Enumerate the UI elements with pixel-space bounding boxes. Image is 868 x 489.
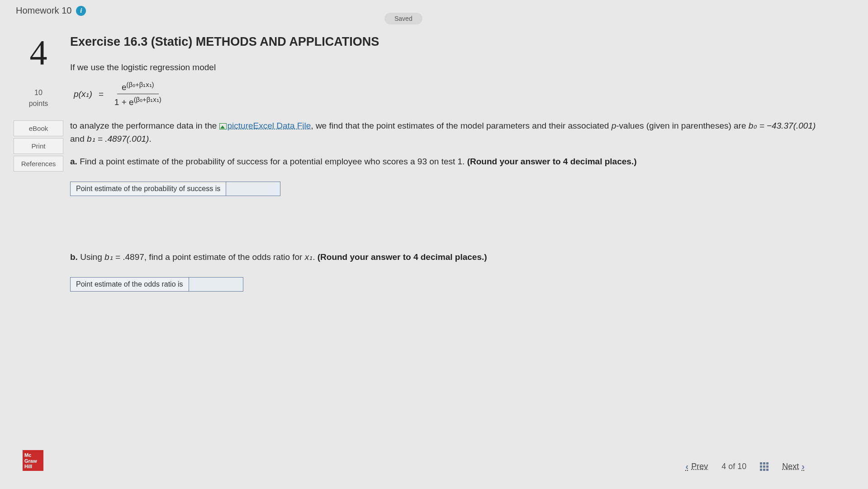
question-b: b. Using b₁ = .4897, find a point estima… xyxy=(70,250,827,264)
formula-den-exp: (β₀+β₁x₁) xyxy=(134,96,161,103)
prev-label: Prev xyxy=(691,462,708,471)
para1-e: . xyxy=(149,134,151,144)
exercise-title: Exercise 16.3 (Static) METHODS AND APPLI… xyxy=(70,35,827,49)
para1-a: to analyze the performance data in the xyxy=(70,121,219,130)
para1-c: -values (given in parentheses) are xyxy=(616,121,749,130)
grid-icon[interactable] xyxy=(760,462,768,471)
answer-b-input[interactable] xyxy=(189,277,243,292)
formula-lhs: p(x₁) xyxy=(74,89,92,99)
prev-button[interactable]: ‹ Prev xyxy=(686,461,708,472)
answer-a-label: Point estimate of the probability of suc… xyxy=(70,182,226,196)
p-italic: p xyxy=(612,121,617,130)
question-content: Exercise 16.3 (Static) METHODS AND APPLI… xyxy=(70,35,854,319)
info-icon[interactable]: i xyxy=(76,6,86,16)
qa-label: a. xyxy=(70,157,77,166)
chevron-left-icon: ‹ xyxy=(686,461,689,472)
qb-x1: x₁ xyxy=(305,252,313,262)
qa-text: Find a point estimate of the probability… xyxy=(77,157,467,166)
b0-value: b₀ = −43.37(.001) xyxy=(749,121,816,130)
sidebar: 4 10 points eBook Print References xyxy=(14,35,63,319)
answer-b-label: Point estimate of the odds ratio is xyxy=(70,277,189,292)
next-label: Next xyxy=(782,462,799,471)
para1-b: , we find that the point estimates of th… xyxy=(311,121,611,130)
print-button[interactable]: Print xyxy=(14,138,63,154)
answer-a-input[interactable] xyxy=(226,182,280,196)
answer-a-row: Point estimate of the probability of suc… xyxy=(70,182,280,196)
excel-link-text: pictureExcel Data File xyxy=(228,121,311,130)
page-title: Homework 10 xyxy=(16,5,71,16)
references-button[interactable]: References xyxy=(14,156,63,172)
excel-data-file-link[interactable]: pictureExcel Data File xyxy=(219,121,311,130)
formula-den-prefix: 1 + e xyxy=(114,98,134,107)
qb-b1: b₁ xyxy=(104,252,113,262)
paragraph-1: to analyze the performance data in the p… xyxy=(70,119,827,146)
question-number: 4 xyxy=(14,35,63,70)
qa-round-instruction: (Round your answer to 4 decimal places.) xyxy=(467,157,637,166)
formula-num-base: e xyxy=(122,82,127,92)
b1-value: b₁ = .4897(.001) xyxy=(87,134,149,144)
next-button[interactable]: Next › xyxy=(782,461,805,472)
mcgraw-hill-logo: Mc Graw Hill xyxy=(23,450,43,471)
qb-text-c: . xyxy=(313,252,318,262)
ebook-button[interactable]: eBook xyxy=(14,120,63,136)
formula-num-exp: (β₀+β₁x₁) xyxy=(127,81,154,88)
formula-eq: = xyxy=(99,89,104,99)
points-label: points xyxy=(14,98,63,109)
qb-label: b. xyxy=(70,252,78,262)
qb-text-b: = .4897, find a point estimate of the od… xyxy=(113,252,305,262)
lead-text: If we use the logistic regression model xyxy=(70,62,827,72)
qb-round-instruction: (Round your answer to 4 decimal places.) xyxy=(318,252,487,262)
question-a: a. Find a point estimate of the probabil… xyxy=(70,155,827,168)
points-box: 10 points xyxy=(14,87,63,109)
picture-icon xyxy=(219,123,227,129)
logistic-formula: p(x₁) = e(β₀+β₁x₁) 1 + e(β₀+β₁x₁) xyxy=(74,81,827,108)
answer-b-row: Point estimate of the odds ratio is xyxy=(70,277,243,292)
para1-d: and xyxy=(70,134,87,144)
qb-text-a: Using xyxy=(78,252,104,262)
points-value: 10 xyxy=(14,87,63,98)
page-position: 4 of 10 xyxy=(721,462,746,471)
chevron-right-icon: › xyxy=(802,461,805,472)
saved-badge: Saved xyxy=(384,13,422,24)
footer-nav: ‹ Prev 4 of 10 Next › xyxy=(686,461,805,472)
